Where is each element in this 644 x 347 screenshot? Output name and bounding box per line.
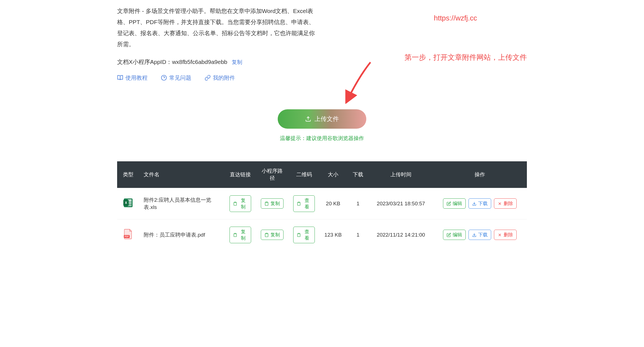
appid-label: 文档X小程序AppID：	[117, 59, 172, 65]
download-count-cell: 1	[347, 219, 369, 250]
size-cell: 20 KB	[319, 188, 347, 219]
page-description: 文章附件 - 多场景文件管理小助手。帮助您在文章中添加Word文档、Excel表…	[117, 6, 316, 50]
annotation-step1: 第一步，打开文章附件网站，上传文件	[405, 53, 527, 62]
nav-my-files-link[interactable]: 我的附件	[205, 74, 235, 82]
upload-icon	[305, 116, 311, 122]
edit-button[interactable]: 编辑	[443, 230, 466, 240]
annotation-url: https://wzfj.cc	[434, 14, 477, 22]
th-direct-link: 直达链接	[225, 161, 256, 188]
th-download: 下载	[347, 161, 369, 188]
svg-rect-9	[266, 202, 267, 203]
upload-hint: 温馨提示：建议使用谷歌浏览器操作	[117, 135, 527, 142]
filename-cell: 附件2:应聘人员基本信息一览表.xls	[139, 188, 225, 219]
filename-cell: 附件：员工应聘申请表.pdf	[139, 219, 225, 250]
nav-faq-label: 常见问题	[169, 74, 191, 82]
download-button[interactable]: 下载	[468, 230, 491, 240]
svg-rect-8	[235, 202, 236, 202]
th-size: 大小	[319, 161, 347, 188]
th-filename: 文件名	[139, 161, 225, 188]
table-row: PDF附件：员工应聘申请表.pdf复制复制查看123 KB12022/11/12…	[117, 219, 527, 250]
th-miniapp-path: 小程序路径	[256, 161, 289, 188]
svg-rect-16	[266, 233, 267, 234]
svg-text:X: X	[125, 201, 127, 205]
upload-time-cell: 2023/03/21 18:50:57	[369, 188, 433, 219]
download-button[interactable]: 下载	[468, 198, 491, 209]
book-icon	[117, 75, 123, 81]
upload-button[interactable]: 上传文件	[278, 109, 366, 129]
edit-button[interactable]: 编辑	[443, 198, 466, 209]
copy-appid-button[interactable]: 复制	[232, 59, 242, 65]
appid-value: wx8fb5fc6abd9a9ebb	[172, 59, 227, 65]
copy-directlink-button[interactable]: 复制	[230, 227, 251, 243]
file-type-icon: X	[122, 204, 134, 210]
file-type-icon: PDF	[122, 235, 134, 241]
nav-tutorial-label: 使用教程	[125, 74, 148, 82]
file-table: 类型 文件名 直达链接 小程序路径 二维码 大小 下载 上传时间 操作 X附件2…	[117, 161, 527, 250]
copy-miniapp-path-button[interactable]: 复制	[261, 198, 284, 209]
th-qrcode: 二维码	[289, 161, 319, 188]
svg-rect-17	[298, 233, 300, 234]
nav-my-files-label: 我的附件	[213, 74, 235, 82]
delete-button[interactable]: 删除	[494, 230, 517, 240]
upload-time-cell: 2022/11/12 14:21:00	[369, 219, 433, 250]
copy-miniapp-path-button[interactable]: 复制	[261, 230, 284, 240]
link-icon	[205, 75, 211, 81]
th-upload-time: 上传时间	[369, 161, 433, 188]
view-qrcode-button[interactable]: 查看	[293, 227, 315, 243]
th-type: 类型	[117, 161, 139, 188]
svg-text:PDF: PDF	[125, 235, 129, 238]
svg-rect-10	[298, 202, 300, 202]
delete-button[interactable]: 删除	[494, 198, 517, 209]
nav-faq-link[interactable]: 常见问题	[161, 74, 191, 82]
copy-directlink-button[interactable]: 复制	[230, 195, 251, 212]
svg-rect-15	[235, 233, 236, 234]
table-row: X附件2:应聘人员基本信息一览表.xls复制复制查看20 KB12023/03/…	[117, 188, 527, 219]
annotation-arrow	[343, 59, 376, 105]
size-cell: 123 KB	[319, 219, 347, 250]
nav-tutorial-link[interactable]: 使用教程	[117, 74, 148, 82]
help-circle-icon	[161, 75, 167, 81]
th-action: 操作	[433, 161, 527, 188]
download-count-cell: 1	[347, 188, 369, 219]
upload-button-label: 上传文件	[315, 115, 339, 123]
view-qrcode-button[interactable]: 查看	[293, 195, 315, 212]
